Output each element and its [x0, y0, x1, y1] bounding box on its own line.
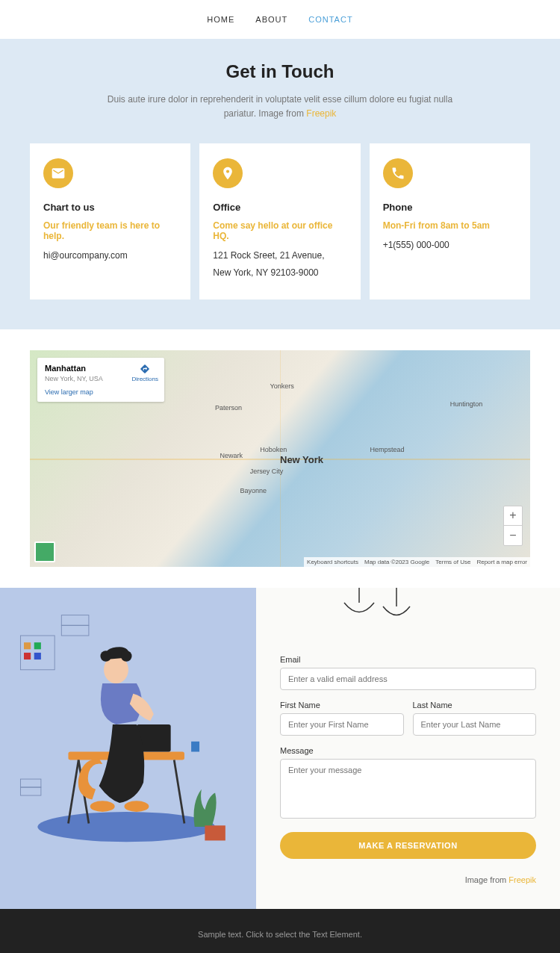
card-text: 121 Rock Sreet, 21 Avenue, New York, NY … — [213, 247, 346, 282]
svg-rect-1 — [24, 642, 31, 649]
card-title: Phone — [383, 202, 517, 213]
mail-icon — [43, 158, 73, 188]
svg-line-13 — [174, 760, 184, 823]
message-label: Message — [280, 746, 536, 755]
svg-line-12 — [68, 760, 78, 823]
freepik-link[interactable]: Freepik — [306, 108, 336, 119]
freepik-link[interactable]: Freepik — [508, 875, 536, 884]
zoom-in-button[interactable]: + — [504, 506, 522, 526]
map[interactable]: New York Yonkers Newark Jersey City Pate… — [30, 350, 530, 567]
card-subtitle: Mon-Fri from 8am to 5am — [383, 220, 517, 231]
map-city: Hempstead — [370, 446, 405, 453]
svg-rect-4 — [34, 653, 41, 659]
map-city: Huntington — [450, 400, 483, 408]
svg-rect-8 — [20, 787, 40, 795]
page-title: Get in Touch — [30, 61, 530, 82]
nav-contact[interactable]: CONTACT — [308, 15, 352, 24]
form-section: Email First Name Last Name Message MAKE … — [0, 588, 560, 909]
firstname-label: First Name — [280, 701, 404, 710]
map-city: Newark — [220, 452, 243, 459]
card-phone: Phone Mon-Fri from 8am to 5am +1(555) 00… — [370, 143, 530, 299]
map-attribution: Keyboard shortcuts Map data ©2023 Google… — [304, 557, 530, 567]
card-title: Office — [213, 202, 346, 213]
directions-button[interactable]: Directions — [131, 364, 158, 382]
map-city: Paterson — [215, 404, 242, 412]
card-text: hi@ourcompany.com — [43, 247, 177, 264]
map-info-sub: New York, NY, USA — [45, 375, 103, 382]
map-infobox: Directions Manhattan New York, NY, USA V… — [37, 358, 164, 402]
map-keyboard[interactable]: Keyboard shortcuts — [307, 559, 358, 565]
svg-rect-6 — [61, 625, 89, 636]
svg-rect-16 — [191, 742, 199, 752]
svg-rect-2 — [34, 642, 41, 649]
main-nav: HOME ABOUT CONTACT — [0, 0, 560, 39]
svg-rect-10 — [205, 825, 225, 840]
map-toggle-satellite[interactable] — [34, 541, 55, 562]
hero-subtitle: Duis aute irure dolor in reprehenderit i… — [101, 93, 459, 121]
pin-icon — [213, 158, 243, 188]
map-city: Bayonne — [240, 487, 267, 494]
contact-cards: Chart to us Our friendly team is here to… — [30, 143, 530, 299]
card-chat: Chart to us Our friendly team is here to… — [30, 143, 190, 299]
svg-rect-3 — [24, 653, 31, 659]
card-title: Chart to us — [43, 202, 177, 213]
card-text: +1(555) 000-000 — [383, 237, 517, 254]
card-subtitle: Our friendly team is here to help. — [43, 220, 177, 241]
card-office: Office Come say hello at our office HQ. … — [199, 143, 360, 299]
svg-point-9 — [37, 812, 215, 842]
nav-home[interactable]: HOME — [207, 15, 234, 24]
svg-rect-5 — [61, 615, 89, 626]
view-larger-map[interactable]: View larger map — [45, 388, 157, 396]
lastname-field[interactable] — [413, 713, 537, 736]
message-field[interactable] — [280, 759, 536, 819]
submit-button[interactable]: MAKE A RESERVATION — [280, 832, 536, 859]
phone-icon — [383, 158, 413, 188]
lastname-label: Last Name — [413, 701, 537, 710]
site-footer: Sample text. Click to select the Text El… — [0, 909, 560, 953]
lamp-icon — [337, 588, 426, 636]
map-city: Yonkers — [270, 382, 294, 390]
hero-section: Get in Touch Duis aute irure dolor in re… — [0, 39, 560, 329]
svg-rect-0 — [20, 636, 55, 670]
zoom-out-button[interactable]: − — [504, 526, 522, 545]
map-section: New York Yonkers Newark Jersey City Pate… — [0, 329, 560, 588]
email-label: Email — [280, 655, 536, 664]
map-city: Jersey City — [250, 468, 284, 475]
map-city: Hoboken — [260, 446, 287, 453]
svg-point-21 — [124, 801, 149, 812]
contact-form: Email First Name Last Name Message MAKE … — [256, 588, 560, 909]
image-credit: Image from Freepik — [280, 875, 536, 884]
illustration-panel — [0, 588, 256, 909]
svg-point-18 — [100, 651, 111, 662]
desk-illustration — [0, 588, 256, 881]
map-data: Map data ©2023 Google — [364, 559, 429, 565]
svg-point-19 — [121, 651, 132, 662]
footer-text[interactable]: Sample text. Click to select the Text El… — [198, 930, 362, 939]
svg-rect-7 — [20, 779, 40, 787]
map-report[interactable]: Report a map error — [476, 559, 527, 565]
firstname-field[interactable] — [280, 713, 404, 736]
map-center-label: New York — [280, 454, 323, 465]
zoom-controls: + − — [503, 506, 523, 546]
email-field[interactable] — [280, 668, 536, 690]
card-subtitle: Come say hello at our office HQ. — [213, 220, 346, 241]
map-terms[interactable]: Terms of Use — [435, 559, 470, 565]
nav-about[interactable]: ABOUT — [255, 15, 287, 24]
svg-point-20 — [90, 801, 115, 812]
